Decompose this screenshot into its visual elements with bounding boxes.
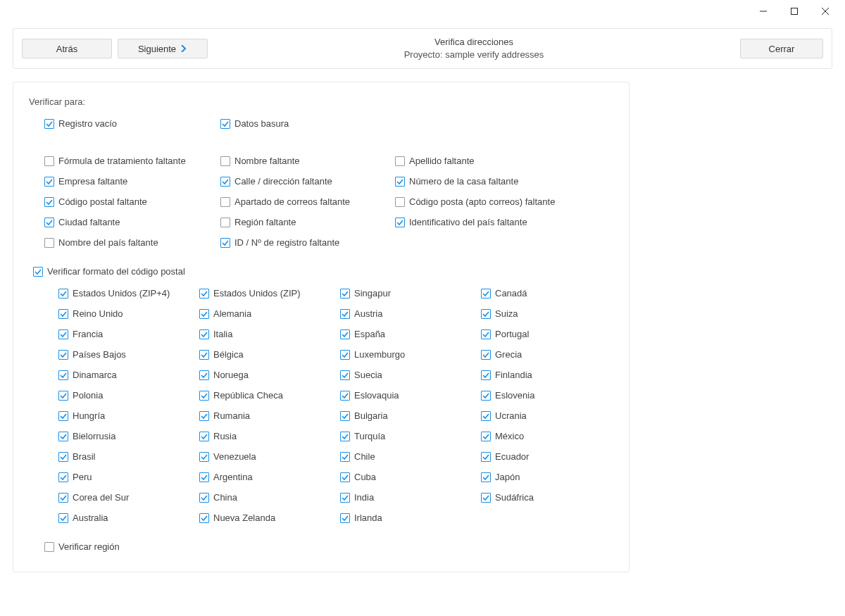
checkbox-country-jap-n[interactable]: Japón <box>481 472 622 482</box>
checkbox-label: Fórmula de tratamiento faltante <box>58 156 186 166</box>
checkbox-icon <box>199 350 209 360</box>
checkbox-country-pa-ses-bajos[interactable]: Países Bajos <box>58 349 199 360</box>
checkbox-pobox_zip[interactable]: Código posta (apto correos) faltante <box>395 196 592 207</box>
window-close-button[interactable] <box>810 1 841 21</box>
checkbox-country-bulgaria[interactable]: Bulgaria <box>340 410 481 421</box>
checkbox-country-rumania[interactable]: Rumania <box>199 410 340 421</box>
checkbox-country-india[interactable]: India <box>340 492 481 503</box>
checkbox-country-cuba[interactable]: Cuba <box>340 472 481 482</box>
checkbox-country-eslovenia[interactable]: Eslovenia <box>481 390 622 401</box>
checkbox-pobox[interactable]: Apartado de correos faltante <box>220 196 395 207</box>
checkbox-country-ucrania[interactable]: Ucrania <box>481 410 622 421</box>
checkbox-icon <box>481 472 491 482</box>
checkbox-lastname[interactable]: Apellido faltante <box>395 156 592 166</box>
back-button[interactable]: Atrás <box>22 39 112 58</box>
checkbox-country-alemania[interactable]: Alemania <box>199 308 340 319</box>
checkbox-country-singapur[interactable]: Singapur <box>340 288 481 298</box>
checkbox-region[interactable]: Región faltante <box>220 217 395 227</box>
checkbox-country-sud-frica[interactable]: Sudáfrica <box>481 492 622 503</box>
checkbox-label: Alemania <box>213 308 251 319</box>
checkbox-country-argentina[interactable]: Argentina <box>199 472 340 482</box>
checkbox-empty_record[interactable]: Registro vacío <box>44 118 220 129</box>
next-button[interactable]: Siguiente <box>118 39 208 58</box>
checkbox-country-luxemburgo[interactable]: Luxemburgo <box>340 349 481 360</box>
checkbox-country-ecuador[interactable]: Ecuador <box>481 451 622 462</box>
close-button-label: Cerrar <box>769 44 795 54</box>
checkbox-country-rep-blica-checa[interactable]: República Checa <box>199 390 340 401</box>
checkbox-icon <box>58 493 68 503</box>
checkbox-icon <box>481 452 491 462</box>
checkbox-country-italia[interactable]: Italia <box>199 329 340 339</box>
checkbox-country-reino-unido[interactable]: Reino Unido <box>58 308 199 319</box>
checkbox-country-irlanda[interactable]: Irlanda <box>340 513 481 523</box>
checkbox-country-rusia[interactable]: Rusia <box>199 431 340 441</box>
checkbox-country-austria[interactable]: Austria <box>340 308 481 319</box>
checkbox-label: Venezuela <box>213 451 256 462</box>
checkbox-house_no[interactable]: Número de la casa faltante <box>395 176 592 187</box>
checkbox-country-peru[interactable]: Peru <box>58 472 199 482</box>
checkbox-country-chile[interactable]: Chile <box>340 451 481 462</box>
checkbox-country-portugal[interactable]: Portugal <box>481 329 622 339</box>
close-button[interactable]: Cerrar <box>740 39 823 58</box>
checkbox-company[interactable]: Empresa faltante <box>44 176 220 187</box>
checkbox-country-venezuela[interactable]: Venezuela <box>199 451 340 462</box>
checkbox-firstname[interactable]: Nombre faltante <box>220 156 395 166</box>
checkbox-label: Bulgaria <box>354 410 388 421</box>
checkbox-salutation[interactable]: Fórmula de tratamiento faltante <box>44 156 220 166</box>
checkbox-label: Austria <box>354 308 382 319</box>
checkbox-country-estados-unidos-zip-4-[interactable]: Estados Unidos (ZIP+4) <box>58 288 199 298</box>
checkbox-label: España <box>354 329 385 339</box>
checkbox-country-grecia[interactable]: Grecia <box>481 349 622 360</box>
checkbox-country-dinamarca[interactable]: Dinamarca <box>58 370 199 380</box>
checkbox-country-corea-del-sur[interactable]: Corea del Sur <box>58 492 199 503</box>
checkbox-icon <box>44 542 54 552</box>
checkbox-country-francia[interactable]: Francia <box>58 329 199 339</box>
checkbox-country-polonia[interactable]: Polonia <box>58 390 199 401</box>
checkbox-icon <box>220 177 230 187</box>
checkbox-country-china[interactable]: China <box>199 492 340 503</box>
checkbox-label: Noruega <box>213 370 249 380</box>
checkbox-country-m-xico[interactable]: México <box>481 431 622 441</box>
checkbox-country_id[interactable]: Identificativo del país faltante <box>395 217 592 227</box>
checkbox-country-b-lgica[interactable]: Bélgica <box>199 349 340 360</box>
checkbox-icon <box>58 513 68 523</box>
checkbox-country-suecia[interactable]: Suecia <box>340 370 481 380</box>
checkbox-country-turqu-a[interactable]: Turquía <box>340 431 481 441</box>
checkbox-country-australia[interactable]: Australia <box>58 513 199 523</box>
checkbox-record_id[interactable]: ID / Nº de registro faltante <box>220 237 395 248</box>
checkbox-country-hungr-a[interactable]: Hungría <box>58 410 199 421</box>
checkbox-country-brasil[interactable]: Brasil <box>58 451 199 462</box>
checkbox-zip[interactable]: Código postal faltante <box>44 196 220 207</box>
checkbox-icon <box>33 267 43 277</box>
window-minimize-button[interactable] <box>748 1 779 21</box>
checkbox-junk_data[interactable]: Datos basura <box>220 118 395 129</box>
checkbox-country-suiza[interactable]: Suiza <box>481 308 622 319</box>
checkbox-icon <box>481 411 491 421</box>
checkbox-label: Finlandia <box>495 370 532 380</box>
checkbox-country-canad-[interactable]: Canadá <box>481 288 622 298</box>
checks-grid: Registro vacíoDatos basuraFórmula de tra… <box>44 118 613 248</box>
checkbox-country_name[interactable]: Nombre del país faltante <box>44 237 220 248</box>
checkbox-icon <box>199 370 209 380</box>
checkbox-icon <box>395 177 405 187</box>
checkbox-country-estados-unidos-zip-[interactable]: Estados Unidos (ZIP) <box>199 288 340 298</box>
checkbox-icon <box>340 329 350 339</box>
checkbox-street[interactable]: Calle / dirección faltante <box>220 176 395 187</box>
verify-region-checkbox[interactable]: Verificar región <box>44 541 613 552</box>
checkbox-icon <box>340 309 350 319</box>
checkbox-country-espa-a[interactable]: España <box>340 329 481 339</box>
checkbox-label: Grecia <box>495 349 522 360</box>
verify-zip-format-checkbox[interactable]: Verificar formato del código postal <box>33 266 613 277</box>
checkbox-country-finlandia[interactable]: Finlandia <box>481 370 622 380</box>
checkbox-icon <box>58 472 68 482</box>
checkbox-country-bielorrusia[interactable]: Bielorrusia <box>58 431 199 441</box>
svg-rect-1 <box>791 8 798 15</box>
wizard-title: Verifica direcciones <box>213 36 734 49</box>
checkbox-label: Japón <box>495 472 520 482</box>
checkbox-country-nueva-zelanda[interactable]: Nueva Zelanda <box>199 513 340 523</box>
checkbox-country-eslovaquia[interactable]: Eslovaquia <box>340 390 481 401</box>
window-maximize-button[interactable] <box>779 1 810 21</box>
checkbox-city[interactable]: Ciudad faltante <box>44 217 220 227</box>
checkbox-country-noruega[interactable]: Noruega <box>199 370 340 380</box>
checkbox-label: Calle / dirección faltante <box>234 176 332 187</box>
